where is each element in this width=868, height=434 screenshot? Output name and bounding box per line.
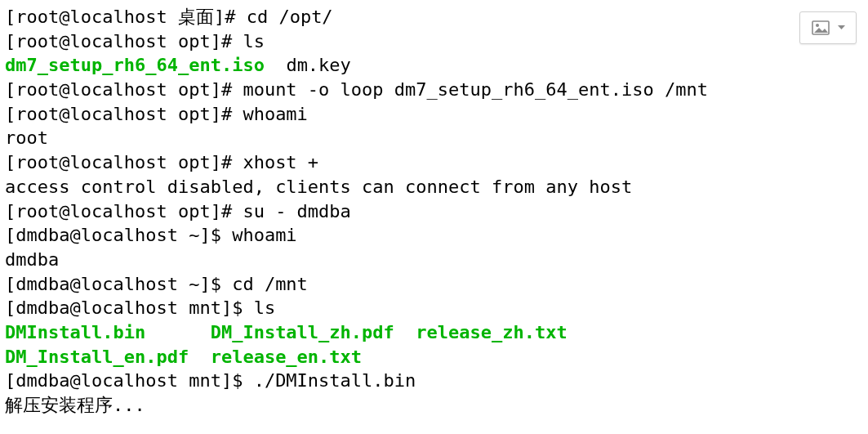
- terminal-line: dm7_setup_rh6_64_ent.iso dm.key: [5, 53, 863, 78]
- terminal-text-segment: [dmdba@localhost mnt]$ ls: [5, 298, 275, 318]
- terminal-line: DMInstall.bin DM_Install_zh.pdf release_…: [5, 320, 863, 345]
- terminal-line: root: [5, 126, 863, 150]
- terminal-text-segment: [root@localhost opt]# xhost +: [5, 152, 318, 172]
- terminal-text-segment: DMInstall.bin DM_Install_zh.pdf release_…: [5, 322, 568, 342]
- chevron-down-icon: [838, 25, 845, 30]
- terminal-line: [root@localhost opt]# su - dmdba: [5, 199, 863, 224]
- terminal-text-segment: dmdba: [5, 249, 59, 270]
- terminal-text-segment: dm.key: [265, 55, 351, 75]
- image-icon: [812, 20, 830, 35]
- terminal-line: [root@localhost 桌面]# cd /opt/: [5, 5, 863, 29]
- image-options-button[interactable]: [799, 11, 857, 44]
- terminal-text-segment: DM_Install_en.pdf release_en.txt: [5, 347, 362, 367]
- terminal-output[interactable]: [root@localhost 桌面]# cd /opt/[root@local…: [5, 5, 863, 418]
- terminal-text-segment: [root@localhost 桌面]# cd /opt/: [5, 7, 333, 27]
- terminal-line: [root@localhost opt]# mount -o loop dm7_…: [5, 78, 863, 102]
- terminal-text-segment: [root@localhost opt]# su - dmdba: [5, 201, 351, 221]
- terminal-line: [dmdba@localhost mnt]$ ./DMInstall.bin: [5, 369, 863, 393]
- terminal-text-segment: [dmdba@localhost ~]$ cd /mnt: [5, 274, 308, 294]
- terminal-line: 解压安装程序...: [5, 393, 863, 418]
- terminal-line: [dmdba@localhost ~]$ whoami: [5, 223, 863, 248]
- terminal-line: dmdba: [5, 248, 863, 272]
- terminal-text-segment: [root@localhost opt]# ls: [5, 31, 265, 51]
- terminal-line: [dmdba@localhost mnt]$ ls: [5, 296, 863, 320]
- terminal-line: [root@localhost opt]# whoami: [5, 102, 863, 127]
- terminal-text-segment: root: [5, 128, 48, 148]
- terminal-text-segment: [dmdba@localhost mnt]$ ./DMInstall.bin: [5, 370, 416, 391]
- svg-point-1: [816, 24, 819, 27]
- terminal-text-segment: 解压安装程序...: [5, 395, 145, 415]
- terminal-line: [root@localhost opt]# xhost +: [5, 150, 863, 175]
- terminal-text-segment: [root@localhost opt]# whoami: [5, 104, 308, 124]
- terminal-text-segment: [root@localhost opt]# mount -o loop dm7_…: [5, 79, 708, 100]
- terminal-line: access control disabled, clients can con…: [5, 175, 863, 199]
- terminal-line: [dmdba@localhost ~]$ cd /mnt: [5, 272, 863, 297]
- terminal-text-segment: dm7_setup_rh6_64_ent.iso: [5, 55, 265, 75]
- terminal-text-segment: [dmdba@localhost ~]$ whoami: [5, 225, 297, 245]
- terminal-text-segment: access control disabled, clients can con…: [5, 177, 632, 197]
- terminal-line: DM_Install_en.pdf release_en.txt: [5, 345, 863, 369]
- terminal-line: [root@localhost opt]# ls: [5, 29, 863, 54]
